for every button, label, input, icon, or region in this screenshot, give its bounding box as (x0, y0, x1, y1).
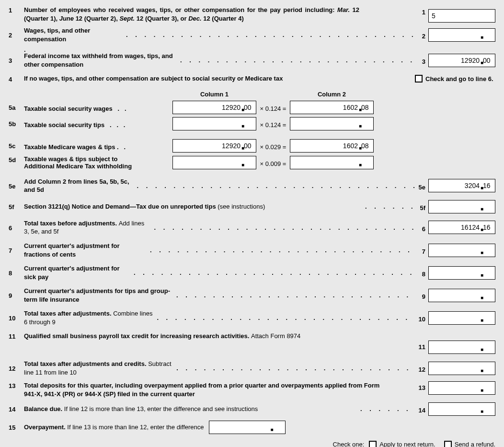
line-right-number: 11 (415, 332, 428, 351)
line-right-number: 13 (415, 381, 428, 391)
line-text: Taxable social security tips . . . (24, 118, 172, 129)
line-number: 8 (9, 269, 24, 277)
leader-dots: . . . . . . . . . . . . . . . . . . . . … (131, 269, 415, 276)
line9-value[interactable]: ■ (428, 289, 495, 302)
line-text: Qualified small business payroll tax cre… (24, 332, 388, 341)
leader-dots: . . . . . . . . . . . . . . . . . . . . … (123, 31, 415, 38)
line5e-value[interactable]: 3204■16 (428, 179, 495, 192)
line-text: Current quarter's adjustments for tips a… (24, 287, 173, 304)
line5b-col2[interactable]: ■ (290, 117, 374, 130)
line5c-col1[interactable]: 12920■00 (172, 139, 256, 153)
line-text: Taxable Medicare wages & tips . . (24, 141, 172, 151)
leader-dots: . . . . . . . . . . . . . . . . . . . . … (154, 314, 415, 321)
line2-value[interactable]: ■ (428, 28, 495, 42)
line-number: 7 (9, 246, 24, 254)
line-number: 3 (9, 56, 24, 64)
line-text: Federal income tax withheld from wages, … (24, 52, 177, 69)
line-right-number: 3 (415, 55, 428, 65)
line-number: 11 (9, 332, 24, 340)
line-6: 6 Total taxes before adjustments. Add li… (9, 219, 495, 236)
line4-checkbox[interactable] (415, 75, 423, 82)
line-right-number: 10 (415, 313, 428, 323)
leader-dots: . . . . . . . . . . . . . . . . . . . . … (173, 365, 415, 372)
line-number: 5a (9, 103, 24, 111)
line-5d: 5d Taxable wages & tips subject toAdditi… (9, 155, 495, 170)
line-number: 5f (9, 202, 24, 211)
line3-value[interactable]: 12920■00 (428, 54, 495, 67)
apply-next-return-checkbox[interactable] (369, 441, 377, 447)
line-number: 14 (9, 405, 24, 413)
line-number: 5c (9, 141, 24, 150)
line-14: 14 Balance due. If line 12 is more than … (9, 402, 495, 416)
line-10: 10 Total taxes after adjustments. Combin… (9, 309, 495, 326)
multiplier: × 0.124 = (256, 102, 290, 112)
line-right-number: 2 (415, 30, 428, 40)
line14-value[interactable]: ■ (428, 402, 495, 416)
column1-header: Column 1 (172, 91, 256, 98)
line-right-number: 6 (415, 223, 428, 233)
line15-value[interactable]: ■ (209, 421, 286, 434)
line-right-number: 5f (415, 201, 428, 212)
line5d-col1[interactable]: ■ (172, 156, 256, 169)
line-number: 1 (9, 6, 24, 14)
line5a-col2[interactable]: 1602■08 (290, 101, 374, 114)
line-text: Total taxes before adjustments. Add line… (24, 219, 151, 236)
line-1: 1 Number of employees who received wages… (9, 6, 495, 23)
line-text: Taxable wages & tips subject toAdditiona… (24, 155, 172, 170)
line-7: 7 Current quarter's adjustment for fract… (9, 242, 495, 259)
line-number: 15 (9, 423, 24, 431)
line-text: Current quarter's adjustment for fractio… (24, 242, 147, 259)
line-number: 12 (9, 364, 24, 372)
send-refund-checkbox[interactable] (444, 441, 452, 447)
line-4: 4 If no wages, tips, and other compensat… (9, 74, 495, 83)
line12-value[interactable]: ■ (428, 362, 495, 375)
line-text: Balance due. If line 12 is more than lin… (24, 405, 357, 413)
line5b-col1[interactable]: ■ (172, 117, 256, 130)
line5a-col1[interactable]: 12920■00 (172, 101, 256, 114)
line-right-number: 12 (415, 363, 428, 373)
line5f-value[interactable]: ■ (428, 200, 495, 213)
leader-dots: . . . . . . . . . . . . . . . . . . . . … (134, 182, 415, 189)
line-number: 6 (9, 224, 24, 232)
leader-dots: . . . . . . . . . . . . . . . . . . . . … (362, 203, 415, 210)
line-12: 12 Total taxes after adjustments and cre… (9, 360, 495, 376)
apply-next-return-label: Apply to next return. (379, 441, 435, 447)
line-right-number: 14 (415, 404, 428, 414)
line5d-col2[interactable]: ■ (290, 156, 374, 169)
line7-value[interactable]: ■ (428, 244, 495, 257)
line-text: If no wages, tips, and other compensatio… (24, 74, 359, 83)
line-text: Wages, tips, and other compensation (24, 26, 123, 43)
line-3: 3 Federal income tax withheld from wages… (9, 52, 495, 69)
line-5c: 5c Taxable Medicare wages & tips . . 129… (9, 139, 495, 153)
line-8: 8 Current quarter's adjustment for sick … (9, 264, 495, 281)
leader-dots: . . . . . . . . . . . . . . . . . . . . … (177, 57, 415, 64)
line1-value[interactable]: 5 (428, 9, 495, 23)
line5c-col2[interactable]: 1602■08 (290, 139, 374, 153)
line-right-number: 1 (415, 6, 428, 16)
line13-value[interactable]: ■ (428, 381, 495, 395)
line-number: 5d (9, 155, 24, 164)
line-9: 9 Current quarter's adjustments for tips… (9, 287, 495, 304)
check-one-label: Check one: (333, 441, 365, 447)
line-11: 11 Qualified small business payroll tax … (9, 332, 495, 354)
line8-value[interactable]: ■ (428, 266, 495, 280)
footer-check-one: Check one: Apply to next return. Send a … (9, 441, 495, 447)
send-refund-option: Send a refund. (444, 441, 495, 447)
line6-value[interactable]: 16124■16 (428, 221, 495, 234)
line10-value[interactable]: ■ (428, 311, 495, 325)
line-5b: 5b Taxable social security tips . . . ■ … (9, 117, 495, 130)
line-right-number: 9 (415, 290, 428, 300)
leader-dots: . . . . . . . . . . . . . . . . . . . . … (357, 405, 415, 412)
line-text: Overpayment. If line 13 is more than lin… (24, 423, 204, 432)
line11-value[interactable]: ■ (428, 341, 495, 354)
line-text: Section 3121(q) Notice and Demand—Tax du… (24, 202, 362, 211)
line-number: 9 (9, 291, 24, 299)
line-number: 5e (9, 182, 24, 190)
line-5e: 5e Add Column 2 from lines 5a, 5b, 5c, a… (9, 177, 495, 194)
multiplier: × 0.124 = (256, 118, 290, 129)
line-5a: 5a Taxable social security wages . . 129… (9, 101, 495, 114)
line4-checkbox-label: Check and go to line 6. (425, 75, 493, 82)
line-right-number: 7 (415, 245, 428, 255)
line-text: Taxable social security wages . . (24, 102, 172, 112)
column2-header: Column 2 (290, 91, 374, 98)
